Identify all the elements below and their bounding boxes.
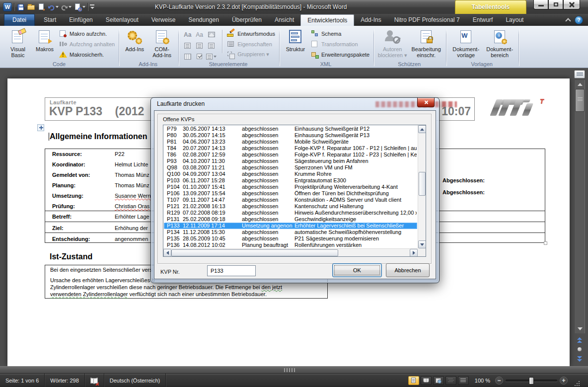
- visual-basic-button[interactable]: Visual Basic: [4, 28, 32, 60]
- ok-button[interactable]: OK: [332, 263, 382, 277]
- legacy-tools-button[interactable]: [206, 51, 217, 62]
- com-add-ins-button[interactable]: COM- Add-Ins: [148, 28, 176, 60]
- kvp-list-item[interactable]: P13411.12.2008 15:30abgeschlossenautomat…: [164, 229, 417, 235]
- zoom-in-button[interactable]: +: [560, 377, 568, 385]
- checkbox-control-button[interactable]: [194, 51, 205, 62]
- kvp-list-item[interactable]: T8602.08.2007 12:59abgeschlossenFolge-KV…: [164, 152, 417, 158]
- word-count-status[interactable]: Wörter: 298: [45, 374, 84, 387]
- table-move-handle[interactable]: [37, 124, 44, 131]
- restrict-editing-button[interactable]: Bearbeitung einschr.: [409, 28, 443, 60]
- zoom-out-button[interactable]: −: [495, 377, 503, 385]
- outline-view-button[interactable]: [445, 376, 456, 385]
- page-status[interactable]: Seite: 1 von 6: [0, 374, 45, 387]
- ribbon-tab-layout[interactable]: Layout: [499, 14, 530, 26]
- list-scroll-left-button[interactable]: [163, 249, 171, 257]
- ribbon-tab-ansicht[interactable]: Ansicht: [268, 14, 300, 26]
- kvp-list-item[interactable]: P13614.08.2012 10:02Planung beauftragtRo…: [164, 242, 417, 248]
- ribbon-tab-entwicklertools[interactable]: Entwicklertools: [300, 14, 354, 26]
- combo-box-control-button[interactable]: [194, 40, 205, 51]
- kvp-list-item[interactable]: P9304.10.2007 11:30abgeschlossenSägesteu…: [164, 158, 417, 164]
- window-resize-grip[interactable]: [574, 381, 580, 387]
- expansion-packs-button[interactable]: Erweiterungspakete: [309, 49, 371, 60]
- list-scroll-right-button[interactable]: [410, 249, 418, 257]
- scroll-up-arrow[interactable]: [578, 83, 583, 86]
- kvp-list-item[interactable]: P13125.02.2008 09:18abgeschlossenGeschwi…: [164, 216, 417, 223]
- ribbon-tab-seitenlayout[interactable]: Seitenlayout: [99, 14, 145, 26]
- kvp-list-item-selected[interactable]: P13312.11.2009 17:14Umsetzung angenonErh…: [164, 223, 417, 229]
- document-template-button[interactable]: W Dokument- vorlage: [449, 28, 482, 60]
- makros-button[interactable]: Makros: [33, 28, 57, 60]
- quick-print-icon[interactable]: [37, 3, 46, 11]
- list-horizontal-scrollbar[interactable]: [163, 248, 418, 256]
- ribbon-tab-einfügen[interactable]: Einfügen: [63, 14, 99, 26]
- list-scroll-down-button[interactable]: [418, 240, 426, 248]
- fullscreen-reading-view-button[interactable]: [421, 376, 432, 385]
- close-button[interactable]: [563, 0, 580, 9]
- scroll-down-arrow[interactable]: [578, 327, 583, 330]
- print-preview-button[interactable]: [74, 3, 85, 11]
- ribbon-tab-verweise[interactable]: Verweise: [145, 14, 182, 26]
- word-logo-icon[interactable]: W: [3, 2, 12, 11]
- macro-security-button[interactable]: Makrosicherh.: [58, 49, 116, 60]
- structure-button[interactable]: Struktur: [283, 28, 308, 60]
- customize-qat-icon[interactable]: [90, 4, 95, 9]
- kvp-list-item[interactable]: P10613.09.2007 15:54abgeschlossenÖffnen …: [164, 190, 417, 197]
- undo-button[interactable]: [48, 4, 59, 10]
- document-panel-button[interactable]: i Dokument- bereich: [483, 28, 516, 60]
- dialog-close-button[interactable]: [417, 98, 435, 107]
- open-icon[interactable]: [27, 3, 35, 11]
- scrollbar-track[interactable]: [574, 80, 585, 333]
- kvp-list-item[interactable]: P8104.06.2007 13:23abgeschlossenMobile S…: [164, 139, 417, 145]
- kvp-list-item[interactable]: R12907.02.2008 08:19abgeschlossenHinweis…: [164, 210, 417, 216]
- cancel-button[interactable]: Abbrechen: [386, 263, 430, 277]
- ribbon-tab-entwurf[interactable]: Entwurf: [466, 14, 500, 26]
- zoom-slider-track[interactable]: [506, 380, 557, 382]
- draft-view-button[interactable]: [458, 376, 469, 385]
- list-hscroll-thumb[interactable]: [171, 249, 338, 256]
- horizontal-scroll-grip[interactable]: [284, 368, 295, 372]
- building-block-control-button[interactable]: [182, 40, 193, 51]
- ribbon-tab-nitro-pdf-professional-7[interactable]: Nitro PDF Professional 7: [388, 14, 466, 26]
- spelling-status[interactable]: [85, 374, 104, 387]
- browse-next-object-button[interactable]: [574, 354, 585, 363]
- kvp-list-item[interactable]: T10709.11.2007 14:47abgeschlossenKonstru…: [164, 197, 417, 203]
- kvp-list-item[interactable]: Q9803.08.2007 11:21abgeschlossenSperrzon…: [164, 164, 417, 171]
- save-icon[interactable]: [16, 3, 25, 11]
- ribbon-tab-datei[interactable]: Datei: [4, 14, 35, 26]
- web-layout-view-button[interactable]: [433, 376, 444, 385]
- kvp-list-item[interactable]: P7930.05.2007 14:13abgeschlossenEinhausu…: [164, 126, 417, 132]
- table-resize-handle[interactable]: [544, 241, 547, 245]
- plain-text-control-button[interactable]: Aa: [194, 29, 205, 40]
- collapse-ribbon-icon[interactable]: [565, 18, 571, 23]
- kvp-list-item[interactable]: P10401.10.2007 15:41abgeschlossenProjekt…: [164, 184, 417, 190]
- kvp-list-item[interactable]: Q10004.09.2007 13:04abgeschlossenKrumme …: [164, 171, 417, 177]
- minimize-button[interactable]: [533, 0, 548, 9]
- restore-button[interactable]: [548, 0, 563, 9]
- ribbon-tab-start[interactable]: Start: [37, 14, 63, 26]
- list-vertical-scrollbar[interactable]: [418, 125, 426, 248]
- dropdown-list-control-button[interactable]: [206, 40, 217, 51]
- scrollbar-thumb[interactable]: [575, 89, 585, 112]
- print-layout-view-button[interactable]: [408, 376, 419, 385]
- kvp-listbox[interactable]: P7930.05.2007 14:13abgeschlossenEinhausu…: [163, 125, 426, 257]
- ribbon-tab-überprüfen[interactable]: Überprüfen: [225, 14, 268, 26]
- kvp-nr-input[interactable]: [207, 265, 256, 276]
- kvp-list-item[interactable]: T8420.07.2007 14:13abgeschlossenFolge-KV…: [164, 145, 417, 152]
- list-scroll-up-button[interactable]: [418, 125, 426, 133]
- kvp-list-item[interactable]: P10306.11.2007 15:28abgeschlossenEntgrat…: [164, 177, 417, 184]
- kvp-list-item[interactable]: P12121.02.2008 16:13abgeschlossenKantens…: [164, 203, 417, 210]
- ruler-toggle-button[interactable]: [574, 70, 585, 78]
- kvp-list-item[interactable]: P8030.05.2007 14:15abgeschlossenEinhausu…: [164, 132, 417, 139]
- schema-button[interactable]: Schema: [309, 28, 371, 39]
- kvp-list-item[interactable]: P13528.05.2009 10:45abgeschlossenP21 Säg…: [164, 235, 417, 242]
- language-status[interactable]: Deutsch (Österreich): [104, 374, 166, 387]
- select-browse-object-button[interactable]: [574, 345, 585, 354]
- ribbon-tab-sendungen[interactable]: Sendungen: [182, 14, 225, 26]
- zoom-level[interactable]: 100 %: [475, 378, 490, 384]
- browse-previous-object-button[interactable]: [574, 335, 585, 344]
- rich-text-control-button[interactable]: Aa: [182, 29, 193, 40]
- document-horizontal-scrollbar[interactable]: [0, 366, 588, 374]
- add-ins-button[interactable]: Add-Ins: [122, 28, 147, 60]
- list-vscroll-thumb[interactable]: [419, 172, 426, 196]
- record-macro-button[interactable]: Makro aufzchn.: [58, 28, 116, 39]
